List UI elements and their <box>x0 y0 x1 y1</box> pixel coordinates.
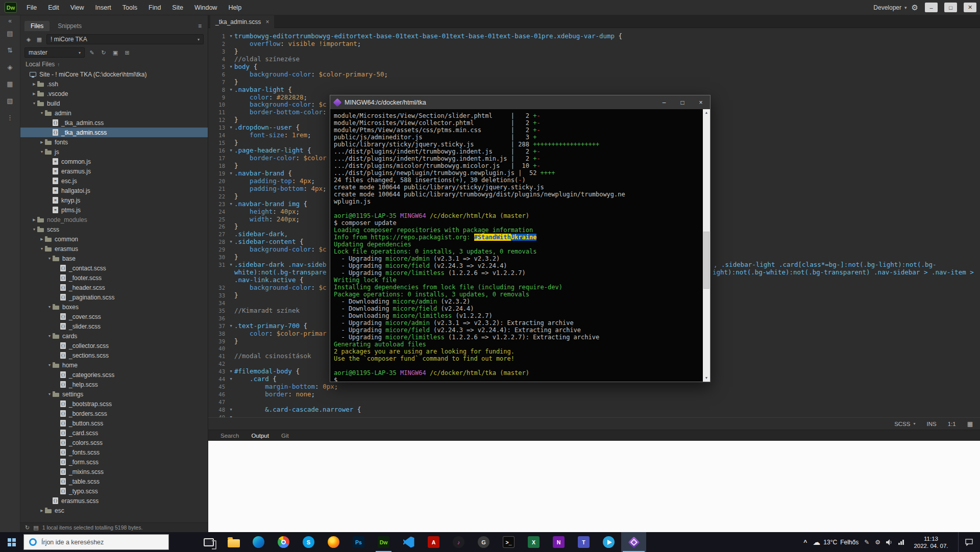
excel-icon[interactable]: X <box>521 532 546 552</box>
pen-icon[interactable]: ✎ <box>864 539 869 546</box>
msys2-icon[interactable] <box>621 532 646 552</box>
git-edit-icon[interactable]: ✎ <box>88 49 96 56</box>
menu-tools[interactable]: Tools <box>117 0 143 15</box>
tree-item[interactable]: {}_footer.scss <box>20 273 208 283</box>
tree-item[interactable]: ▼build <box>20 98 208 108</box>
log-icon[interactable]: ▤ <box>33 524 38 531</box>
window-restore-button[interactable]: □ <box>944 3 957 12</box>
tree-item[interactable]: ▼js <box>20 147 208 157</box>
tree-item[interactable]: {}_form.scss <box>20 457 208 467</box>
fold-toggle-icon[interactable]: ▼ <box>228 406 234 414</box>
itunes-icon[interactable]: ♪ <box>446 532 471 552</box>
tree-item[interactable]: ≡erasmus.js <box>20 166 208 176</box>
terminal-title-bar[interactable]: MINGW64:/c/docker/html/tka – □ × <box>330 95 710 109</box>
terminal-maximize-button[interactable]: □ <box>673 95 692 109</box>
git-expand-icon[interactable]: ⊞ <box>123 49 131 56</box>
system-gear-icon[interactable]: ⚙ <box>875 539 880 546</box>
fold-toggle-icon[interactable]: ▼ <box>228 63 234 71</box>
fold-toggle-icon[interactable]: ▼ <box>228 170 234 178</box>
tree-item[interactable]: ▶esc <box>20 506 208 515</box>
tree-item[interactable]: ▼cards <box>20 331 208 341</box>
tree-item[interactable]: ▼boxes <box>20 302 208 312</box>
file-explorer-icon[interactable] <box>221 532 246 552</box>
tree-item[interactable]: ▶fonts <box>20 137 208 147</box>
chrome-icon[interactable] <box>271 532 296 552</box>
firefox-icon[interactable] <box>321 532 346 552</box>
tree-item[interactable]: {}_typo.scss <box>20 486 208 496</box>
terminal-body[interactable]: module/Microsites/View/Section/slider.ph… <box>330 109 710 382</box>
task-view-icon[interactable] <box>196 532 221 552</box>
grid-view-icon[interactable]: ▦ <box>967 420 973 428</box>
tree-item[interactable]: ▼admin <box>20 108 208 118</box>
telegram-icon[interactable] <box>596 532 621 552</box>
start-button[interactable] <box>0 532 23 552</box>
refresh-icon[interactable]: ↻ <box>25 524 30 531</box>
close-tab-icon[interactable]: × <box>265 18 269 26</box>
tree-item[interactable]: ▶node_modules <box>20 215 208 224</box>
panel-menu-icon[interactable]: ≡ <box>198 22 204 30</box>
site-dropdown[interactable]: ! miCore TKA ▾ <box>46 34 204 44</box>
connect-server-icon[interactable]: ◈ <box>24 36 33 43</box>
fold-toggle-icon[interactable]: ▼ <box>228 33 234 40</box>
tree-item[interactable]: {}_pagination.scss <box>20 292 208 302</box>
speaker-icon[interactable] <box>886 539 893 545</box>
tree-item[interactable]: {}_help.scss <box>20 380 208 389</box>
tab-snippets[interactable]: Snippets <box>52 21 88 31</box>
tree-item[interactable]: ≡ptms.js <box>20 205 208 215</box>
tree-item[interactable]: {}_categories.scss <box>20 370 208 380</box>
menu-view[interactable]: View <box>65 0 90 15</box>
fold-toggle-icon[interactable]: ▼ <box>228 261 234 269</box>
assets-panel-icon[interactable]: ▧ <box>6 97 14 105</box>
scrollbar-thumb[interactable] <box>703 232 709 289</box>
menu-window[interactable]: Window <box>189 0 223 15</box>
hidden-icons-chevron[interactable]: ^ <box>803 539 807 546</box>
scroll-down-icon[interactable]: ▼ <box>703 374 710 382</box>
tree-item[interactable]: ▶.ssh <box>20 79 208 89</box>
dreamweaver-icon[interactable]: Dw <box>371 532 396 552</box>
tree-item[interactable]: {}_tka_admin.css <box>20 118 208 128</box>
tree-item[interactable]: {}_button.scss <box>20 418 208 428</box>
tree-item[interactable]: {}_header.scss <box>20 283 208 292</box>
onenote-icon[interactable]: N <box>546 532 571 552</box>
tree-item[interactable]: {}_borders.scss <box>20 409 208 418</box>
tree-item[interactable]: Site - ! miCore TKA (C:\docker\html\tka) <box>20 69 208 79</box>
taskbar-search-input[interactable]: Írjon ide a kereséshez <box>23 534 169 550</box>
git-commit-icon[interactable]: ▣ <box>111 49 119 56</box>
tree-item[interactable]: ▼erasmus <box>20 244 208 254</box>
tree-item[interactable]: {}_slider.scss <box>20 321 208 331</box>
syntax-mode-dropdown[interactable]: SCSS ▾ <box>894 421 915 427</box>
menu-find[interactable]: Find <box>143 0 166 15</box>
scroll-up-icon[interactable]: ▲ <box>703 109 710 116</box>
window-minimize-button[interactable]: – <box>925 3 938 12</box>
menu-help[interactable]: Help <box>223 0 247 15</box>
sort-arrow-icon[interactable]: ↑ <box>57 62 60 67</box>
fold-toggle-icon[interactable]: ▼ <box>228 86 234 94</box>
action-center-button[interactable] <box>958 532 979 552</box>
tree-item[interactable]: ≡esc.js <box>20 176 208 186</box>
tree-item[interactable]: ▼scss <box>20 224 208 234</box>
fold-toggle-icon[interactable]: ▼ <box>228 124 234 132</box>
photoshop-icon[interactable]: Ps <box>346 532 371 552</box>
window-close-button[interactable]: ✕ <box>964 3 976 12</box>
tree-item[interactable]: {}erasmus.scss <box>20 496 208 506</box>
more-panels-icon[interactable]: ⋮ <box>6 114 14 122</box>
tree-item[interactable]: {}_colors.scss <box>20 438 208 447</box>
snippets-panel-icon[interactable]: ◈ <box>6 63 14 71</box>
skype-icon[interactable]: S <box>296 532 321 552</box>
menu-edit[interactable]: Edit <box>42 0 65 15</box>
tree-item[interactable]: {}_contact.scss <box>20 263 208 273</box>
files-panel-icon[interactable]: ▤ <box>6 30 14 38</box>
workspace-switcher[interactable]: Developer ▾ <box>873 4 906 11</box>
tree-item[interactable]: ▶.vscode <box>20 89 208 98</box>
collapse-panels-icon[interactable]: « <box>8 17 12 24</box>
vscode-icon[interactable] <box>396 532 421 552</box>
manage-sites-icon[interactable]: ▦ <box>35 36 43 43</box>
taskbar-clock[interactable]: 11:13 2022. 04. 07. <box>910 535 952 549</box>
fold-toggle-icon[interactable]: ▼ <box>228 147 234 155</box>
tree-item[interactable]: ≡common.js <box>20 157 208 166</box>
tree-item[interactable]: {}_sections.scss <box>20 350 208 360</box>
fold-toggle-icon[interactable]: ▼ <box>228 200 234 208</box>
tab-files[interactable]: Files <box>24 21 50 31</box>
edge-icon[interactable] <box>246 532 271 552</box>
menu-site[interactable]: Site <box>166 0 189 15</box>
